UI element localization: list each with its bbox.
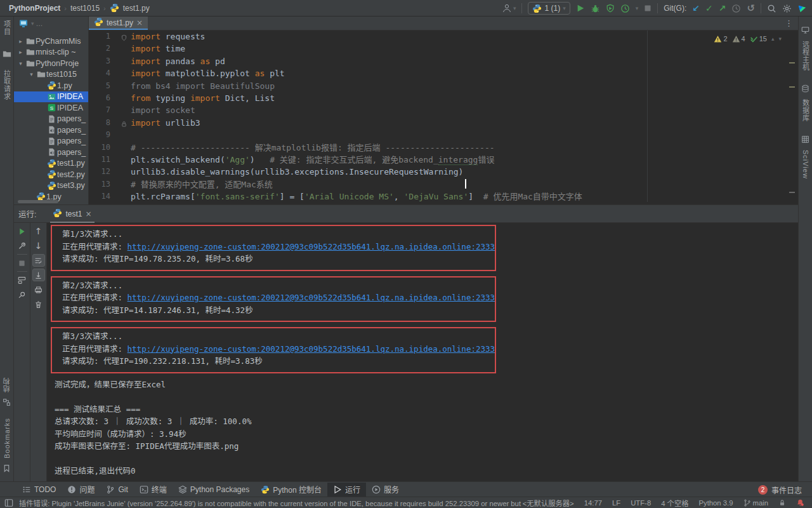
resolved-count[interactable]: 15 [750, 35, 767, 43]
remote-host-icon[interactable] [801, 25, 809, 37]
run-button[interactable] [576, 4, 585, 13]
status-item[interactable]: UTF-8 [631, 499, 651, 507]
tree-item-test1015[interactable]: ▾test1015 [14, 69, 88, 81]
pin-button[interactable] [16, 288, 29, 301]
tool-window-button-python-[interactable]: Python 控制台 [255, 483, 327, 497]
tool-tab-database[interactable]: 数据库 [801, 99, 811, 122]
stop-sq-button[interactable] [16, 257, 29, 269]
tool-tab-sciview[interactable]: SciView [802, 150, 809, 179]
wrench-button[interactable] [16, 239, 29, 252]
git-push-button[interactable]: ↗ [719, 4, 726, 13]
status-item[interactable]: <无默认服务器> [523, 498, 574, 508]
weak-warnings-count[interactable]: 4 [732, 35, 745, 43]
tool-tab-bookmarks[interactable]: Bookmarks [3, 418, 11, 458]
tree-item-tset3-py[interactable]: tset3.py [14, 180, 88, 192]
ide-feature-icon[interactable] [797, 4, 807, 13]
warnings-count[interactable]: 2 [714, 35, 727, 43]
down-button[interactable]: ↓ [32, 239, 45, 252]
run-tab-test1[interactable]: test1 × [50, 205, 94, 223]
close-icon[interactable]: × [86, 210, 92, 218]
project-view-selector[interactable]: ▾… [14, 17, 88, 30]
tree-item-ipidea[interactable]: SIPIDEA [14, 102, 88, 114]
tool-window-button--[interactable]: 终端 [134, 483, 173, 497]
prev-issue-icon[interactable]: ▴ [771, 34, 775, 43]
print-button[interactable] [32, 283, 45, 296]
user-menu-button[interactable]: ▾ [502, 3, 516, 13]
code-editor[interactable]: 1import requests2import time3import pand… [89, 30, 798, 202]
tree-item-test1-py[interactable]: test1.py [14, 158, 88, 170]
tool-tab-remote-host[interactable]: 远程主机 [801, 41, 811, 71]
notifications-bell-icon[interactable] [796, 498, 804, 507]
git-update-button[interactable]: ↙ [692, 4, 700, 13]
console-output[interactable]: 第1/3次请求...正在用代理请求: http://xuyipeng-zone-… [47, 223, 794, 481]
proxy-url-link[interactable]: http://xuyipeng-zone-custom:200212@93c09… [128, 344, 495, 354]
status-message[interactable]: 插件错误: Plugin 'JetBrains Junie' (version … [19, 498, 523, 508]
breadcrumb-item[interactable]: test1015 [70, 4, 100, 13]
tree-item-pythonproje[interactable]: ▾PythonProje [14, 58, 88, 69]
close-icon[interactable]: × [136, 18, 143, 27]
coverage-button[interactable] [606, 4, 615, 13]
scrollend-button[interactable] [32, 269, 45, 281]
proxy-url-link[interactable]: http://xuyipeng-zone-custom:200212@93c09… [128, 242, 495, 251]
chevron-right-icon[interactable]: ▸ [16, 49, 25, 55]
search-everywhere-button[interactable] [767, 4, 776, 13]
database-icon[interactable] [801, 84, 809, 95]
rerun-button[interactable] [16, 225, 29, 237]
tool-window-button-python-packages[interactable]: Python Packages [173, 483, 255, 497]
profiler-dropdown[interactable]: ▾ [636, 4, 639, 13]
breadcrumb-item[interactable]: PythonProject [9, 4, 60, 13]
sciview-icon[interactable] [801, 135, 809, 146]
status-item[interactable]: 4 个空格 [661, 498, 688, 508]
breadcrumb-item[interactable]: test1.py [123, 4, 150, 13]
tab-test1py[interactable]: test1.py × [89, 17, 148, 30]
tool-window-button--[interactable]: 服务 [366, 483, 405, 497]
error-stripe-mark[interactable] [789, 62, 795, 64]
chevron-down-icon[interactable]: ▾ [16, 60, 25, 67]
tree-item-test2-py[interactable]: test2.py [14, 169, 88, 180]
event-log-button[interactable]: 2事件日志 [758, 482, 802, 497]
git-history-button[interactable] [731, 4, 741, 13]
trash-button[interactable] [32, 298, 45, 311]
stop-button[interactable] [644, 4, 652, 12]
next-issue-icon[interactable]: ▾ [778, 34, 782, 43]
tree-item-papers-[interactable]: papers_ [14, 114, 88, 125]
layout-button[interactable] [16, 274, 29, 286]
tree-item-papers-[interactable]: papers_ [14, 147, 88, 158]
tree-item-ipidea[interactable]: IPIDEA [14, 91, 88, 103]
status-item[interactable]: Python 3.9 [698, 499, 733, 507]
readonly-lock-icon[interactable] [778, 499, 786, 507]
window-layout-icon[interactable] [4, 498, 13, 508]
chevron-down-icon[interactable]: ▾ [27, 71, 36, 77]
up-button[interactable]: ↑ [32, 225, 45, 237]
tool-window-button--[interactable]: 运行 [327, 483, 366, 497]
structure-icon[interactable] [3, 398, 11, 409]
tool-window-button-todo[interactable]: TODO [16, 483, 62, 497]
proxy-url-link[interactable]: http://xuyipeng-zone-custom:200212@93c09… [128, 293, 495, 302]
error-stripe-mark[interactable] [789, 86, 795, 88]
tool-tab-pull-requests[interactable]: 拉取请求 [2, 70, 12, 100]
tree-item-papers-[interactable]: papers_ [14, 136, 88, 147]
folder-tool-icon[interactable] [3, 50, 11, 61]
tree-item-pycharmmis[interactable]: ▸PyCharmMis [14, 36, 88, 47]
git-rollback-button[interactable]: ↺ [747, 4, 755, 13]
run-configuration-select[interactable]: 1 (1)▾ [528, 2, 570, 15]
git-commit-button[interactable]: ✓ [705, 4, 713, 13]
profiler-button[interactable] [620, 4, 630, 13]
tree-item-mnist-clip-[interactable]: ▸mnist-clip ~ [14, 47, 88, 58]
settings-button[interactable] [782, 4, 792, 13]
error-stripe-mark[interactable] [789, 192, 795, 193]
git-branch-widget[interactable]: main [743, 499, 769, 507]
tool-window-button--[interactable]: 问题 [62, 483, 100, 497]
inspections-widget[interactable]: 2415▴▾ [714, 34, 782, 43]
debug-button[interactable] [591, 4, 600, 13]
tool-tab-project[interactable]: 项目 [2, 20, 12, 36]
more-vertical-icon[interactable]: ⋮ [785, 18, 793, 28]
softwrap-button[interactable] [32, 254, 45, 267]
status-item[interactable]: LF [612, 499, 620, 507]
tree-item-papers-[interactable]: papers_ [14, 124, 88, 136]
tool-tab-structure[interactable]: 结构 [2, 377, 12, 392]
tree-item-1-py[interactable]: 1.py [14, 80, 88, 91]
chevron-right-icon[interactable]: ▸ [16, 38, 25, 44]
project-hscrollbar[interactable] [18, 200, 58, 203]
bookmark-icon[interactable] [3, 464, 11, 475]
